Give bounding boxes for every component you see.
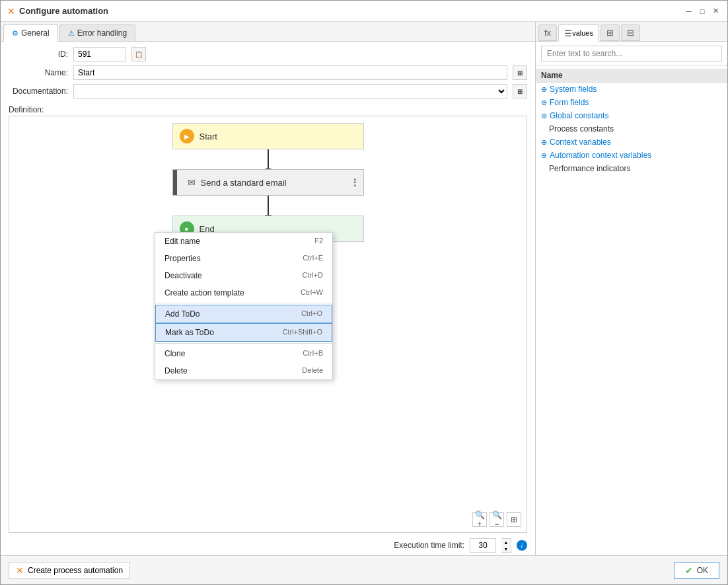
- expand-icon-context: ⊕: [541, 138, 547, 147]
- create-icon: ✕: [16, 565, 24, 576]
- footer: ✕ Create process automation ✔ OK: [1, 555, 727, 584]
- minimize-button[interactable]: ─: [684, 6, 694, 17]
- ctx-mark-todo-shortcut: Ctrl+Shift+O: [282, 328, 322, 337]
- search-box: [536, 42, 727, 66]
- right-tab-values[interactable]: ☰ values: [558, 24, 599, 42]
- tree-label-perf-indicators: Performance indicators: [549, 164, 630, 173]
- name-icon-button[interactable]: ⊞: [513, 65, 527, 80]
- context-menu: Edit name F2 Properties Ctrl+E Deactivat…: [155, 232, 333, 380]
- error-tab-icon: ⚠: [68, 29, 75, 38]
- ctx-add-todo-shortcut: Ctrl+O: [301, 309, 322, 319]
- tree-item-perf-indicators[interactable]: Performance indicators: [536, 162, 727, 175]
- ctx-properties-shortcut: Ctrl+E: [303, 254, 323, 263]
- ctx-mark-todo-label: Mark as ToDo: [165, 328, 214, 337]
- ctx-deactivate-label: Deactivate: [164, 271, 202, 280]
- doc-select[interactable]: [73, 84, 507, 98]
- exec-time-label: Execution time limit:: [394, 541, 464, 550]
- ctx-delete[interactable]: Delete Delete: [155, 362, 332, 379]
- email-label: Send a standard email: [201, 178, 287, 188]
- tree-label-form-fields: Form fields: [550, 98, 589, 107]
- tree-item-context-vars[interactable]: ⊕ Context variables: [536, 136, 727, 149]
- email-icon: ✉: [188, 177, 196, 188]
- tree-label-automation-context: Automation context variables: [550, 151, 651, 160]
- title-bar: ✕ Configure automation ─ □ ✕: [1, 1, 727, 22]
- tree-item-global-constants[interactable]: ⊕ Global constants: [536, 109, 727, 122]
- search-input[interactable]: [541, 46, 722, 61]
- ctx-edit-name[interactable]: Edit name F2: [155, 233, 332, 250]
- ctx-create-template-label: Create action template: [164, 288, 244, 297]
- email-node-bar: [173, 170, 177, 195]
- tree-item-process-constants[interactable]: Process constants: [536, 122, 727, 136]
- ok-icon: ✔: [685, 565, 693, 576]
- ctx-clone[interactable]: Clone Ctrl+B: [155, 345, 332, 362]
- maximize-button[interactable]: □: [697, 6, 708, 17]
- spin-up-button[interactable]: ▲: [501, 539, 511, 545]
- tree-item-system-fields[interactable]: ⊕ System fields: [536, 83, 727, 96]
- tab-error-handling[interactable]: ⚠ Error handling: [59, 24, 135, 41]
- right-tab-table2[interactable]: ⊟: [621, 24, 640, 41]
- start-label: Start: [200, 132, 217, 141]
- fx-icon: fx: [544, 28, 551, 38]
- create-process-button[interactable]: ✕ Create process automation: [9, 562, 130, 579]
- tab-general[interactable]: ⚙ General: [3, 24, 58, 42]
- node-menu-button[interactable]: ⋮: [350, 177, 359, 188]
- tree-panel: Name ⊕ System fields ⊕ Form fields ⊕ Glo…: [536, 66, 727, 555]
- zoom-out-button[interactable]: 🔍−: [490, 512, 504, 527]
- exec-time-spinner[interactable]: ▲ ▼: [501, 538, 511, 553]
- zoom-controls: 🔍+ 🔍− ⊞: [472, 512, 521, 527]
- ctx-edit-name-label: Edit name: [164, 237, 200, 246]
- tree-item-form-fields[interactable]: ⊕ Form fields: [536, 96, 727, 109]
- info-icon[interactable]: i: [517, 540, 527, 551]
- left-tabs: ⚙ General ⚠ Error handling: [1, 22, 535, 42]
- tree-label-system-fields: System fields: [550, 85, 597, 94]
- tab-general-label: General: [21, 28, 50, 38]
- canvas-area: ▶ Start ✉ Send a standard email ⋮: [9, 116, 527, 533]
- doc-icon-button[interactable]: ⊞: [513, 84, 527, 98]
- close-button[interactable]: ✕: [710, 6, 721, 17]
- name-input[interactable]: [73, 65, 507, 80]
- ok-button[interactable]: ✔ OK: [674, 562, 719, 579]
- table2-icon: ⊟: [627, 28, 634, 38]
- values-icon: ☰: [564, 28, 572, 38]
- window-icon: ✕: [7, 6, 15, 17]
- ctx-delete-label: Delete: [164, 366, 188, 375]
- right-tab-table1[interactable]: ⊞: [601, 24, 620, 41]
- id-input[interactable]: [73, 47, 126, 61]
- arrow-2: [268, 196, 269, 215]
- ctx-create-template-shortcut: Ctrl+W: [301, 288, 323, 297]
- ctx-clone-shortcut: Ctrl+B: [303, 349, 323, 358]
- expand-icon-global: ⊕: [541, 112, 547, 120]
- exec-time-input[interactable]: [470, 538, 496, 553]
- tree-item-automation-context[interactable]: ⊕ Automation context variables: [536, 149, 727, 162]
- tab-error-label: Error handling: [77, 28, 127, 38]
- table1-icon: ⊞: [606, 28, 614, 38]
- create-label: Create process automation: [28, 566, 123, 575]
- zoom-fit-button[interactable]: ⊞: [507, 512, 521, 527]
- ctx-separator-2: [155, 343, 332, 344]
- spin-down-button[interactable]: ▼: [501, 545, 511, 552]
- expand-icon-form: ⊕: [541, 98, 547, 107]
- ctx-separator-1: [155, 303, 332, 303]
- ctx-add-todo[interactable]: Add ToDo Ctrl+O: [155, 305, 332, 323]
- zoom-in-button[interactable]: 🔍+: [472, 512, 487, 527]
- ctx-clone-label: Clone: [164, 349, 185, 358]
- ctx-deactivate[interactable]: Deactivate Ctrl+D: [155, 267, 332, 284]
- values-label: values: [572, 29, 593, 37]
- start-node[interactable]: ▶ Start: [172, 123, 364, 149]
- name-label: Name:: [9, 68, 68, 77]
- tree-label-context-vars: Context variables: [550, 137, 611, 147]
- start-icon: ▶: [180, 129, 194, 143]
- id-copy-button[interactable]: 📋: [131, 47, 146, 61]
- right-tabs: fx ☰ values ⊞ ⊟: [536, 22, 727, 42]
- ctx-mark-todo[interactable]: Mark as ToDo Ctrl+Shift+O: [155, 323, 332, 342]
- tree-label-process-constants: Process constants: [549, 124, 614, 134]
- email-node[interactable]: ✉ Send a standard email ⋮: [172, 169, 364, 196]
- general-tab-icon: ⚙: [12, 29, 18, 38]
- window-controls[interactable]: ─ □ ✕: [684, 6, 721, 17]
- right-tab-fx[interactable]: fx: [538, 24, 557, 41]
- ctx-properties-label: Properties: [164, 254, 201, 263]
- expand-icon-auto: ⊕: [541, 151, 547, 160]
- ctx-create-template[interactable]: Create action template Ctrl+W: [155, 284, 332, 301]
- ctx-properties[interactable]: Properties Ctrl+E: [155, 250, 332, 267]
- id-label: ID:: [9, 50, 68, 59]
